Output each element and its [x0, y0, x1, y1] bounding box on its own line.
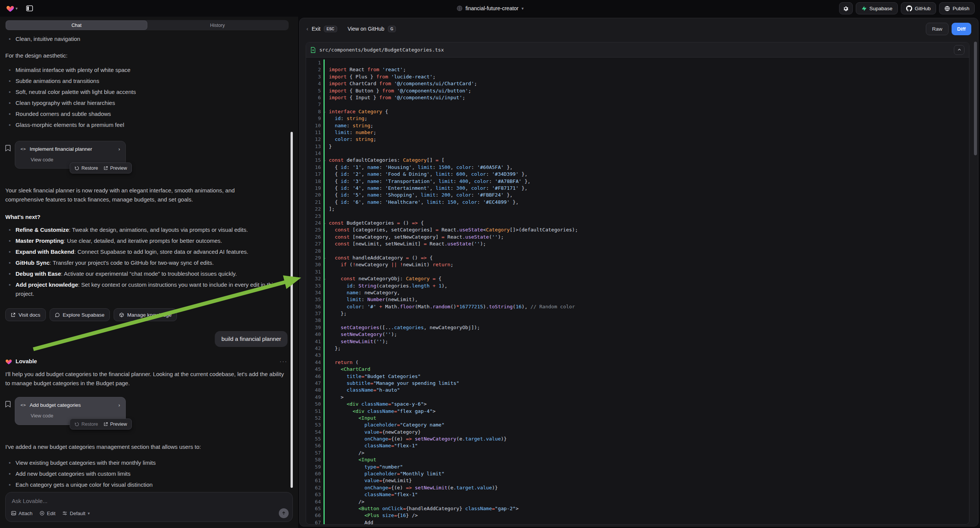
list-item: Add new budget categories with custom li… [5, 469, 288, 479]
code-line: 16 { id: '1', name: 'Housing', limit: 15… [306, 164, 969, 171]
list-item: Clean typography with clear hierarchies [5, 99, 288, 108]
whats-next-heading: What's next? [5, 213, 288, 221]
attach-button[interactable]: Attach [11, 511, 33, 516]
fold-chevron-icon[interactable]: ⌄ [323, 254, 326, 261]
line-number: 63 [306, 491, 323, 498]
line-number: 42 [306, 345, 323, 352]
message-more-button[interactable]: ··· [280, 357, 288, 366]
line-number: 14 [306, 150, 323, 157]
line-number: 9 [306, 115, 323, 122]
manage-knowledge-button[interactable]: Manage knowledge [114, 308, 177, 321]
explore-supabase-button[interactable]: Explore Supabase [49, 308, 110, 321]
bookmark-icon[interactable] [5, 141, 11, 169]
send-button[interactable] [279, 508, 289, 518]
line-number: 28 [306, 248, 323, 254]
design-heading: For the design aesthetic: [5, 51, 288, 60]
list-item: Rounded corners and subtle shadows [5, 110, 288, 119]
line-number: 2 [306, 66, 323, 73]
github-button[interactable]: GitHub [901, 2, 936, 14]
code-line: 13} [306, 143, 969, 150]
line-number: 10 [306, 122, 323, 129]
code-line: 7 [306, 101, 969, 108]
chevron-down-icon: ▾ [16, 6, 18, 11]
toggle-sidebar-button[interactable] [24, 3, 35, 14]
lovable-logo-menu[interactable]: ▾ [6, 5, 18, 12]
line-number: 20 [306, 192, 323, 199]
restore-button[interactable]: Restore [75, 164, 98, 172]
line-number: 38 [306, 317, 323, 324]
chat-scrollbar-thumb[interactable] [291, 132, 293, 488]
publish-button[interactable]: Publish [939, 2, 975, 14]
code-line: 10 name: string; [306, 122, 969, 129]
line-number: 7 [306, 101, 323, 108]
raw-toggle-button[interactable]: Raw [926, 23, 948, 35]
preview-button[interactable]: Preview [103, 164, 127, 172]
version-card-2-wrap: <> Add budget categories › View code Res… [5, 397, 288, 425]
file-header[interactable]: src/components/budget/BudgetCategories.t… [306, 43, 969, 57]
code-line: 6import { Input } from '@/components/ui/… [306, 94, 969, 101]
restore-preview-bar: Restore Preview [70, 162, 132, 173]
code-line: 63 className="flex-1" [306, 491, 969, 498]
line-number: 26 [306, 234, 323, 240]
line-number: 17 [306, 171, 323, 178]
code-scrollbar-thumb[interactable] [974, 42, 977, 155]
external-link-icon [103, 166, 108, 170]
fold-chevron-icon[interactable]: ⌄ [323, 108, 326, 115]
collapse-file-button[interactable] [954, 45, 964, 55]
code-line: 49 > [306, 394, 969, 401]
view-on-github-button[interactable]: View on GitHub G [348, 26, 396, 32]
diff-toggle-button[interactable]: Diff [951, 23, 972, 35]
project-name: financial-future-creator [466, 5, 519, 11]
line-number: 23 [306, 213, 323, 220]
line-number: 45 [306, 366, 323, 373]
chat-history-tabs: Chat History [5, 20, 289, 30]
fold-chevron-icon[interactable]: ⌄ [323, 220, 326, 226]
code-editor[interactable]: 12import React from 'react';3import { Pl… [306, 57, 969, 524]
mode-selector[interactable]: Default ▾ [62, 511, 90, 516]
intro-bullet-list: Clean, intuitive navigation [5, 35, 288, 44]
code-line: 11 limit: number; [306, 129, 969, 136]
added-bullet-list: View existing budget categories with the… [5, 458, 288, 489]
chat-message-list[interactable]: Clean, intuitive navigation For the desi… [0, 33, 298, 491]
restore-button[interactable]: Restore [75, 420, 98, 428]
code-line: 48 className="h-auto" [306, 387, 969, 394]
supabase-icon [861, 6, 867, 11]
code-line: 36 color: '#' + Math.floor(Math.random()… [306, 304, 969, 310]
code-line: 54 value={newCategory} [306, 429, 969, 436]
code-line: 32⌄ const newCategoryObj: Category = { [306, 275, 969, 282]
lovable-heart-icon [6, 5, 14, 12]
list-item: Glass-morphic elements for a premium fee… [5, 121, 288, 130]
edit-button[interactable]: Edit [40, 511, 55, 516]
external-link-icon [11, 312, 16, 317]
supabase-button[interactable]: Supabase [856, 2, 898, 14]
line-number: 21 [306, 199, 323, 206]
chat-composer[interactable]: Ask Lovable... Attach Edit Default ▾ [5, 492, 293, 522]
project-switcher[interactable]: financial-future-creator ▾ [457, 5, 524, 11]
code-icon: <> [21, 146, 26, 153]
preview-button[interactable]: Preview [103, 420, 127, 428]
line-number: 57 [306, 450, 323, 456]
code-icon: <> [21, 402, 26, 409]
exit-button[interactable]: ‹ Exit ESC [307, 26, 337, 32]
bookmark-icon[interactable] [5, 397, 11, 425]
code-line: 15⌄const defaultCategories: Category[] =… [306, 157, 969, 164]
assistant-name: Lovable [16, 357, 37, 366]
line-number: 61 [306, 477, 323, 484]
fold-chevron-icon[interactable]: ⌄ [323, 275, 326, 282]
list-item: Expand with Backend: Connect Supabase to… [5, 247, 286, 256]
list-item: Clean, intuitive navigation [5, 35, 288, 44]
code-line: 64 /> [306, 498, 969, 505]
code-line: 31 [306, 269, 969, 275]
visit-docs-button[interactable]: Visit docs [5, 308, 46, 321]
code-line: 44 return ( [306, 359, 969, 366]
line-number: 66 [306, 512, 323, 519]
line-number: 16 [306, 164, 323, 171]
code-line: 8⌄interface Category { [306, 108, 969, 115]
code-line: 66 <Plus size={16} /> [306, 512, 969, 519]
tab-history[interactable]: History [147, 21, 288, 30]
code-line: 27 const [newLimit, setNewLimit] = React… [306, 240, 969, 247]
tab-chat[interactable]: Chat [6, 21, 147, 30]
settings-button[interactable] [839, 2, 853, 14]
code-line: 43 [306, 352, 969, 359]
fold-chevron-icon[interactable]: ⌄ [323, 157, 326, 164]
